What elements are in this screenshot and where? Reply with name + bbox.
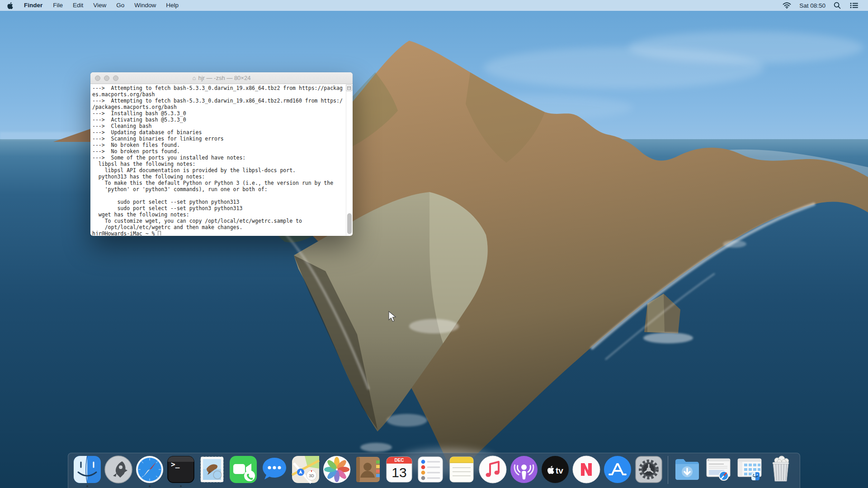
menu-item-go[interactable]: Go: [111, 0, 129, 11]
wifi-menu[interactable]: [778, 2, 796, 9]
dock-item-system-preferences[interactable]: [634, 455, 663, 484]
maps-icon: 3D: [291, 455, 320, 484]
dock-item-minimized-finder-window[interactable]: [735, 455, 764, 484]
menu-bar: Finder File Edit View Go Window Help Sat…: [0, 0, 868, 11]
dock-item-contacts[interactable]: [354, 455, 382, 484]
running-indicator: [149, 485, 151, 487]
messages-icon: [260, 455, 289, 484]
terminal-prompt: hjr@Howards-iMac ~ %: [92, 230, 158, 235]
menu-bar-right: Sat 08:50: [778, 2, 868, 9]
dock-item-downloads-folder[interactable]: [673, 455, 702, 484]
home-folder-icon: ⌂: [193, 75, 196, 81]
launchpad-icon: [104, 455, 133, 484]
apple-icon: [7, 2, 13, 9]
mail-icon: [198, 455, 226, 484]
menu-bar-clock[interactable]: Sat 08:50: [796, 2, 829, 9]
dock-item-reminders[interactable]: [416, 455, 445, 484]
apple-menu[interactable]: [0, 2, 19, 9]
notification-center-menu[interactable]: [845, 2, 863, 9]
running-indicator: [180, 485, 182, 487]
menu-item-window[interactable]: Window: [129, 0, 161, 11]
window-title-text: hjr — -zsh — 80×24: [198, 75, 250, 81]
svg-text:>_: >_: [171, 460, 180, 469]
dock-item-app-store[interactable]: [603, 455, 632, 484]
calendar-month-label: DEC: [394, 458, 404, 463]
dock-item-facetime[interactable]: [229, 455, 258, 484]
dock-item-tv[interactable]: tv: [541, 455, 570, 484]
dock-item-messages[interactable]: [260, 455, 289, 484]
search-icon: [834, 2, 841, 9]
downloads-folder-icon: [673, 455, 702, 484]
dock-item-music[interactable]: [478, 455, 507, 484]
menu-bar-left: Finder File Edit View Go Window Help: [0, 0, 184, 11]
wifi-icon: [783, 2, 791, 9]
podcasts-icon: [509, 455, 538, 484]
terminal-titlebar[interactable]: ⌂ hjr — -zsh — 80×24: [90, 72, 353, 84]
split-pane-button[interactable]: [346, 84, 352, 91]
tv-label: tv: [556, 466, 563, 475]
notification-center-icon: [850, 2, 858, 9]
terminal-cursor: [158, 231, 161, 235]
dock-item-finder[interactable]: [73, 455, 102, 484]
apple-tv-icon: tv: [541, 455, 570, 484]
spotlight-menu[interactable]: [829, 2, 845, 9]
terminal-icon: >_: [166, 455, 195, 484]
terminal-output: ---> Attempting to fetch bash-5.3.3_0.da…: [92, 85, 345, 235]
dock-item-podcasts[interactable]: [509, 455, 538, 484]
calendar-icon: DEC 13: [385, 455, 414, 484]
scrollbar-thumb[interactable]: [347, 213, 352, 234]
trash-full-icon: [766, 455, 795, 484]
menu-item-edit[interactable]: Edit: [68, 0, 88, 11]
photos-icon: [322, 455, 351, 484]
menu-item-finder[interactable]: Finder: [19, 0, 48, 11]
terminal-output-text: ---> Attempting to fetch bash-5.3.3_0.da…: [92, 85, 345, 230]
dock-separator: [668, 456, 668, 484]
window-title: ⌂ hjr — -zsh — 80×24: [90, 75, 353, 81]
app-store-icon: [603, 455, 632, 484]
facetime-icon: [229, 455, 258, 484]
desktop: Finder File Edit View Go Window Help Sat…: [0, 0, 868, 488]
reminders-icon: [416, 455, 445, 484]
dock-item-calendar[interactable]: DEC 13: [385, 455, 414, 484]
split-pane-icon: [347, 86, 351, 90]
mouse-pointer: [388, 311, 398, 323]
terminal-window[interactable]: ⌂ hjr — -zsh — 80×24 ---> Attempting to …: [90, 72, 353, 236]
notes-icon: [447, 455, 476, 484]
dock-item-launchpad[interactable]: [104, 455, 133, 484]
menu-item-help[interactable]: Help: [161, 0, 184, 11]
dock-item-trash[interactable]: [766, 455, 795, 484]
dock-item-minimized-safari-window[interactable]: [704, 455, 733, 484]
menu-item-file[interactable]: File: [48, 0, 68, 11]
minimized-finder-window-icon: [735, 455, 764, 484]
dock: >_: [68, 453, 800, 488]
system-preferences-icon: [634, 455, 663, 484]
contacts-icon: [354, 455, 382, 484]
dock-item-mail[interactable]: [198, 455, 226, 484]
menu-item-view[interactable]: View: [88, 0, 111, 11]
maps-3d-label: 3D: [309, 474, 314, 478]
dock-item-safari[interactable]: [135, 455, 164, 484]
dock-item-news[interactable]: [572, 455, 601, 484]
calendar-day-label: 13: [392, 465, 406, 480]
dock-item-notes[interactable]: [447, 455, 476, 484]
terminal-prompt-line: hjr@Howards-iMac ~ %: [92, 230, 345, 235]
running-indicator: [86, 485, 88, 487]
terminal-scrollbar[interactable]: [346, 84, 353, 235]
dock-item-photos[interactable]: [322, 455, 351, 484]
news-icon: [572, 455, 601, 484]
dock-item-terminal[interactable]: >_: [166, 455, 195, 484]
finder-icon: [73, 455, 102, 484]
music-icon: [478, 455, 507, 484]
safari-icon: [135, 455, 164, 484]
minimized-safari-window-icon: [704, 455, 733, 484]
terminal-content[interactable]: ---> Attempting to fetch bash-5.3.3_0.da…: [90, 84, 353, 235]
dock-item-maps[interactable]: 3D: [291, 455, 320, 484]
